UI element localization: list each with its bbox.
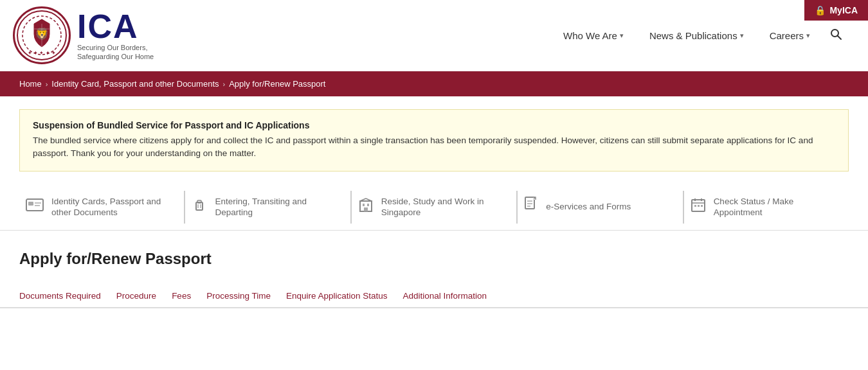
logo-ica-text: ICA <box>77 10 154 43</box>
quick-link-reside-study-label: Reside, Study and Work in Singapore <box>381 196 503 218</box>
building-icon <box>358 197 374 216</box>
breadcrumb-current: Apply for/Renew Passport <box>229 79 325 89</box>
quick-link-reside-study[interactable]: Reside, Study and Work in Singapore <box>350 191 516 224</box>
site-header: 🦁 ✦ ✦ ✦ ✦ ✦ ICA Securing Our Borders, Sa… <box>0 0 868 71</box>
chevron-down-icon: ▾ <box>806 31 810 40</box>
svg-rect-17 <box>364 207 368 211</box>
svg-rect-7 <box>28 202 33 206</box>
breadcrumb: Home › Identity Card, Passport and other… <box>0 71 868 96</box>
svg-rect-20 <box>525 197 534 209</box>
tabs-bar: Documents Required Procedure Fees Proces… <box>0 285 868 308</box>
tab-enquire-application-status[interactable]: Enquire Application Status <box>286 285 388 307</box>
svg-rect-16 <box>367 204 369 206</box>
svg-rect-10 <box>196 202 203 210</box>
main-nav: Who We Are ▾ News & Publications ▾ Caree… <box>550 22 849 49</box>
quick-link-identity-cards-label: Identity Cards, Passport and other Docum… <box>51 196 171 218</box>
svg-rect-15 <box>363 204 365 206</box>
quick-link-check-status-label: Check Status / Make Appointment <box>714 196 836 218</box>
document-icon <box>524 197 538 217</box>
chevron-down-icon: ▾ <box>620 31 624 40</box>
svg-text:✦ ✦ ✦ ✦ ✦: ✦ ✦ ✦ ✦ ✦ <box>28 50 56 56</box>
quick-link-check-status[interactable]: Check Status / Make Appointment <box>683 191 849 224</box>
svg-rect-30 <box>701 205 703 207</box>
notice-text: The bundled service where citizens apply… <box>33 134 835 161</box>
tab-processing-time[interactable]: Processing Time <box>206 285 271 307</box>
nav-news-publications[interactable]: News & Publications ▾ <box>637 25 757 46</box>
breadcrumb-home[interactable]: Home <box>19 79 42 89</box>
logo-area: 🦁 ✦ ✦ ✦ ✦ ✦ ICA Securing Our Borders, Sa… <box>13 6 154 64</box>
quick-link-eservices[interactable]: e-Services and Forms <box>516 191 682 224</box>
breadcrumb-identity-card[interactable]: Identity Card, Passport and other Docume… <box>51 79 219 89</box>
tab-documents-required[interactable]: Documents Required <box>19 285 101 307</box>
logo-text: ICA Securing Our Borders, Safeguarding O… <box>77 10 154 62</box>
lock-icon: 🔒 <box>815 5 826 15</box>
logo-seal: 🦁 ✦ ✦ ✦ ✦ ✦ <box>13 6 71 64</box>
quick-links-bar: Identity Cards, Passport and other Docum… <box>0 184 868 231</box>
quick-link-entering-transiting[interactable]: Entering, Transiting and Departing <box>184 191 350 224</box>
quick-link-identity-cards[interactable]: Identity Cards, Passport and other Docum… <box>19 191 184 224</box>
search-button[interactable] <box>823 22 849 49</box>
notice-banner: Suspension of Bundled Service for Passpo… <box>19 109 849 172</box>
nav-who-we-are[interactable]: Who We Are ▾ <box>550 25 637 46</box>
notice-title: Suspension of Bundled Service for Passpo… <box>33 120 835 130</box>
svg-rect-28 <box>694 205 696 207</box>
tab-procedure[interactable]: Procedure <box>116 285 156 307</box>
luggage-icon <box>192 197 207 216</box>
svg-line-5 <box>838 35 842 39</box>
quick-link-entering-transiting-label: Entering, Transiting and Departing <box>215 196 337 218</box>
page-title: Apply for/Renew Passport <box>19 250 849 268</box>
tab-fees[interactable]: Fees <box>172 285 191 307</box>
svg-rect-29 <box>698 205 700 207</box>
myica-button[interactable]: 🔒 MyICA <box>804 0 868 21</box>
tab-additional-information[interactable]: Additional Information <box>403 285 487 307</box>
page-content: Apply for/Renew Passport <box>0 237 868 285</box>
id-card-icon <box>26 198 44 216</box>
chevron-down-icon: ▾ <box>740 31 744 40</box>
nav-careers[interactable]: Careers ▾ <box>757 25 823 46</box>
breadcrumb-separator: › <box>223 80 226 88</box>
logo-subtitle: Securing Our Borders, Safeguarding Our H… <box>77 43 154 62</box>
breadcrumb-separator: › <box>46 80 48 88</box>
quick-link-eservices-label: e-Services and Forms <box>546 201 631 213</box>
calendar-icon <box>691 197 706 216</box>
